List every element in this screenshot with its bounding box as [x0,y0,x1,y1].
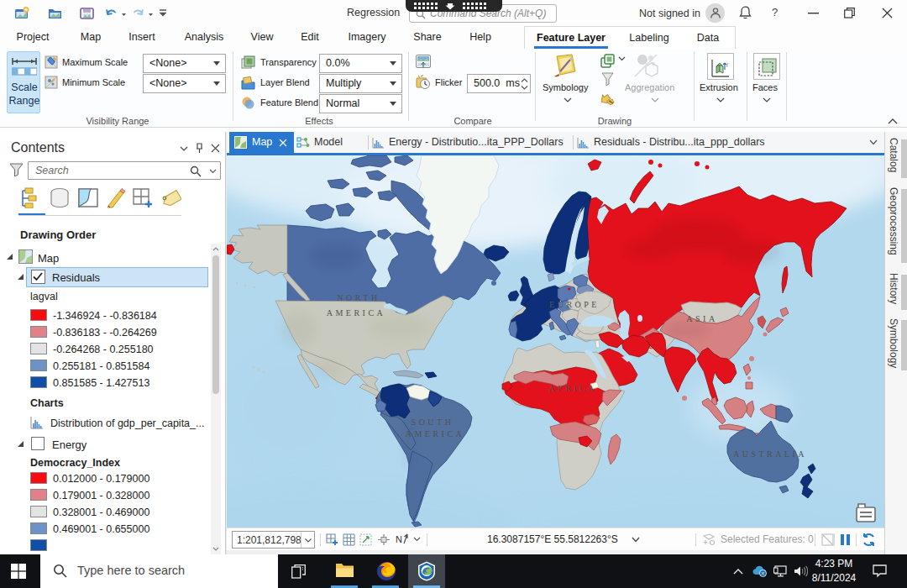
svg-text:i: i [726,62,728,68]
svg-text:N: N [396,534,402,544]
svg-text:AMERICA: AMERICA [406,429,465,438]
svg-text:SOUTH: SOUTH [412,417,454,427]
svg-text:ASIA: ASIA [686,314,717,323]
svg-text:AUSTRALIA: AUSTRALIA [733,449,807,459]
svg-text:AFRICA: AFRICA [548,384,597,393]
svg-text:NORTH: NORTH [337,293,380,302]
svg-text:EUROPE: EUROPE [549,300,600,309]
svg-text:AMERICA: AMERICA [327,308,386,318]
